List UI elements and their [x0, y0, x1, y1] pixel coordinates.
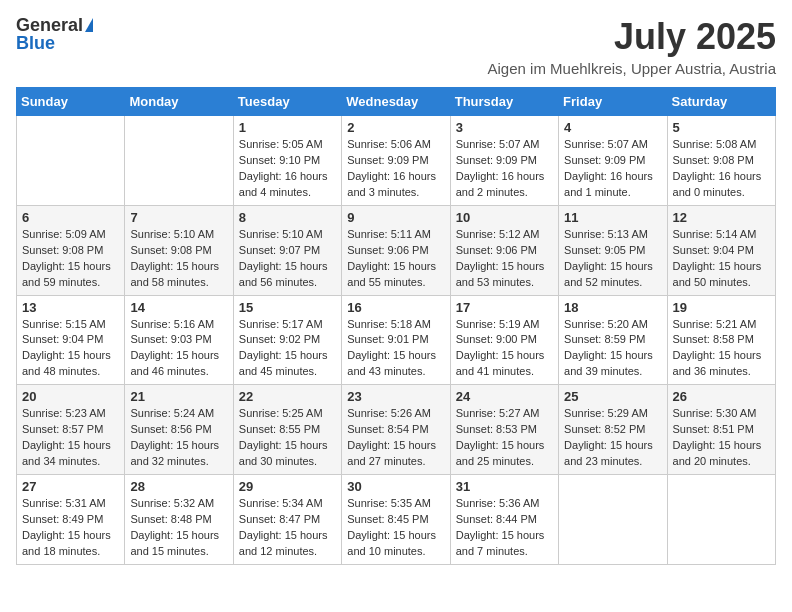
day-number: 22 [239, 389, 336, 404]
day-info: Sunrise: 5:08 AMSunset: 9:08 PMDaylight:… [673, 137, 770, 201]
day-info: Sunrise: 5:16 AMSunset: 9:03 PMDaylight:… [130, 317, 227, 381]
day-number: 6 [22, 210, 119, 225]
empty-cell [125, 116, 233, 206]
week-row-2: 6Sunrise: 5:09 AMSunset: 9:08 PMDaylight… [17, 205, 776, 295]
day-info: Sunrise: 5:19 AMSunset: 9:00 PMDaylight:… [456, 317, 553, 381]
day-number: 23 [347, 389, 444, 404]
day-info: Sunrise: 5:12 AMSunset: 9:06 PMDaylight:… [456, 227, 553, 291]
day-info: Sunrise: 5:35 AMSunset: 8:45 PMDaylight:… [347, 496, 444, 560]
day-cell-22: 22Sunrise: 5:25 AMSunset: 8:55 PMDayligh… [233, 385, 341, 475]
day-number: 30 [347, 479, 444, 494]
day-info: Sunrise: 5:07 AMSunset: 9:09 PMDaylight:… [564, 137, 661, 201]
day-info: Sunrise: 5:13 AMSunset: 9:05 PMDaylight:… [564, 227, 661, 291]
day-cell-30: 30Sunrise: 5:35 AMSunset: 8:45 PMDayligh… [342, 475, 450, 565]
day-info: Sunrise: 5:26 AMSunset: 8:54 PMDaylight:… [347, 406, 444, 470]
day-number: 5 [673, 120, 770, 135]
day-info: Sunrise: 5:32 AMSunset: 8:48 PMDaylight:… [130, 496, 227, 560]
day-info: Sunrise: 5:27 AMSunset: 8:53 PMDaylight:… [456, 406, 553, 470]
weekday-header-row: SundayMondayTuesdayWednesdayThursdayFrid… [17, 88, 776, 116]
day-cell-18: 18Sunrise: 5:20 AMSunset: 8:59 PMDayligh… [559, 295, 667, 385]
day-cell-11: 11Sunrise: 5:13 AMSunset: 9:05 PMDayligh… [559, 205, 667, 295]
week-row-5: 27Sunrise: 5:31 AMSunset: 8:49 PMDayligh… [17, 475, 776, 565]
day-cell-28: 28Sunrise: 5:32 AMSunset: 8:48 PMDayligh… [125, 475, 233, 565]
day-number: 25 [564, 389, 661, 404]
day-cell-15: 15Sunrise: 5:17 AMSunset: 9:02 PMDayligh… [233, 295, 341, 385]
logo-triangle-icon [85, 18, 93, 32]
calendar: SundayMondayTuesdayWednesdayThursdayFrid… [16, 87, 776, 565]
day-info: Sunrise: 5:36 AMSunset: 8:44 PMDaylight:… [456, 496, 553, 560]
day-number: 16 [347, 300, 444, 315]
day-info: Sunrise: 5:09 AMSunset: 9:08 PMDaylight:… [22, 227, 119, 291]
day-info: Sunrise: 5:25 AMSunset: 8:55 PMDaylight:… [239, 406, 336, 470]
day-info: Sunrise: 5:23 AMSunset: 8:57 PMDaylight:… [22, 406, 119, 470]
day-info: Sunrise: 5:29 AMSunset: 8:52 PMDaylight:… [564, 406, 661, 470]
day-cell-4: 4Sunrise: 5:07 AMSunset: 9:09 PMDaylight… [559, 116, 667, 206]
day-cell-9: 9Sunrise: 5:11 AMSunset: 9:06 PMDaylight… [342, 205, 450, 295]
logo-general-text: General [16, 16, 83, 34]
day-number: 14 [130, 300, 227, 315]
day-cell-20: 20Sunrise: 5:23 AMSunset: 8:57 PMDayligh… [17, 385, 125, 475]
day-number: 3 [456, 120, 553, 135]
day-info: Sunrise: 5:05 AMSunset: 9:10 PMDaylight:… [239, 137, 336, 201]
day-cell-12: 12Sunrise: 5:14 AMSunset: 9:04 PMDayligh… [667, 205, 775, 295]
day-number: 20 [22, 389, 119, 404]
day-info: Sunrise: 5:18 AMSunset: 9:01 PMDaylight:… [347, 317, 444, 381]
day-number: 29 [239, 479, 336, 494]
week-row-4: 20Sunrise: 5:23 AMSunset: 8:57 PMDayligh… [17, 385, 776, 475]
weekday-header-sunday: Sunday [17, 88, 125, 116]
day-info: Sunrise: 5:30 AMSunset: 8:51 PMDaylight:… [673, 406, 770, 470]
logo-blue-text: Blue [16, 34, 55, 52]
title-area: July 2025 Aigen im Muehlkreis, Upper Aus… [488, 16, 776, 77]
day-info: Sunrise: 5:10 AMSunset: 9:07 PMDaylight:… [239, 227, 336, 291]
month-title: July 2025 [488, 16, 776, 58]
day-cell-5: 5Sunrise: 5:08 AMSunset: 9:08 PMDaylight… [667, 116, 775, 206]
day-number: 4 [564, 120, 661, 135]
day-info: Sunrise: 5:15 AMSunset: 9:04 PMDaylight:… [22, 317, 119, 381]
day-number: 31 [456, 479, 553, 494]
day-number: 8 [239, 210, 336, 225]
day-cell-31: 31Sunrise: 5:36 AMSunset: 8:44 PMDayligh… [450, 475, 558, 565]
day-cell-19: 19Sunrise: 5:21 AMSunset: 8:58 PMDayligh… [667, 295, 775, 385]
weekday-header-wednesday: Wednesday [342, 88, 450, 116]
day-number: 12 [673, 210, 770, 225]
day-info: Sunrise: 5:07 AMSunset: 9:09 PMDaylight:… [456, 137, 553, 201]
day-info: Sunrise: 5:20 AMSunset: 8:59 PMDaylight:… [564, 317, 661, 381]
day-cell-6: 6Sunrise: 5:09 AMSunset: 9:08 PMDaylight… [17, 205, 125, 295]
day-info: Sunrise: 5:34 AMSunset: 8:47 PMDaylight:… [239, 496, 336, 560]
day-number: 18 [564, 300, 661, 315]
day-number: 13 [22, 300, 119, 315]
week-row-1: 1Sunrise: 5:05 AMSunset: 9:10 PMDaylight… [17, 116, 776, 206]
weekday-header-thursday: Thursday [450, 88, 558, 116]
day-cell-8: 8Sunrise: 5:10 AMSunset: 9:07 PMDaylight… [233, 205, 341, 295]
day-cell-21: 21Sunrise: 5:24 AMSunset: 8:56 PMDayligh… [125, 385, 233, 475]
day-info: Sunrise: 5:14 AMSunset: 9:04 PMDaylight:… [673, 227, 770, 291]
day-info: Sunrise: 5:21 AMSunset: 8:58 PMDaylight:… [673, 317, 770, 381]
day-cell-7: 7Sunrise: 5:10 AMSunset: 9:08 PMDaylight… [125, 205, 233, 295]
logo: General Blue [16, 16, 93, 52]
empty-cell [667, 475, 775, 565]
day-cell-1: 1Sunrise: 5:05 AMSunset: 9:10 PMDaylight… [233, 116, 341, 206]
day-cell-27: 27Sunrise: 5:31 AMSunset: 8:49 PMDayligh… [17, 475, 125, 565]
day-number: 24 [456, 389, 553, 404]
day-number: 2 [347, 120, 444, 135]
day-info: Sunrise: 5:31 AMSunset: 8:49 PMDaylight:… [22, 496, 119, 560]
day-cell-14: 14Sunrise: 5:16 AMSunset: 9:03 PMDayligh… [125, 295, 233, 385]
week-row-3: 13Sunrise: 5:15 AMSunset: 9:04 PMDayligh… [17, 295, 776, 385]
day-number: 28 [130, 479, 227, 494]
day-number: 15 [239, 300, 336, 315]
day-cell-26: 26Sunrise: 5:30 AMSunset: 8:51 PMDayligh… [667, 385, 775, 475]
day-number: 27 [22, 479, 119, 494]
day-cell-16: 16Sunrise: 5:18 AMSunset: 9:01 PMDayligh… [342, 295, 450, 385]
day-cell-29: 29Sunrise: 5:34 AMSunset: 8:47 PMDayligh… [233, 475, 341, 565]
day-number: 10 [456, 210, 553, 225]
day-cell-23: 23Sunrise: 5:26 AMSunset: 8:54 PMDayligh… [342, 385, 450, 475]
day-number: 19 [673, 300, 770, 315]
weekday-header-saturday: Saturday [667, 88, 775, 116]
day-number: 7 [130, 210, 227, 225]
day-cell-17: 17Sunrise: 5:19 AMSunset: 9:00 PMDayligh… [450, 295, 558, 385]
day-cell-13: 13Sunrise: 5:15 AMSunset: 9:04 PMDayligh… [17, 295, 125, 385]
day-cell-10: 10Sunrise: 5:12 AMSunset: 9:06 PMDayligh… [450, 205, 558, 295]
day-number: 11 [564, 210, 661, 225]
day-number: 26 [673, 389, 770, 404]
header: General Blue July 2025 Aigen im Muehlkre… [16, 16, 776, 77]
